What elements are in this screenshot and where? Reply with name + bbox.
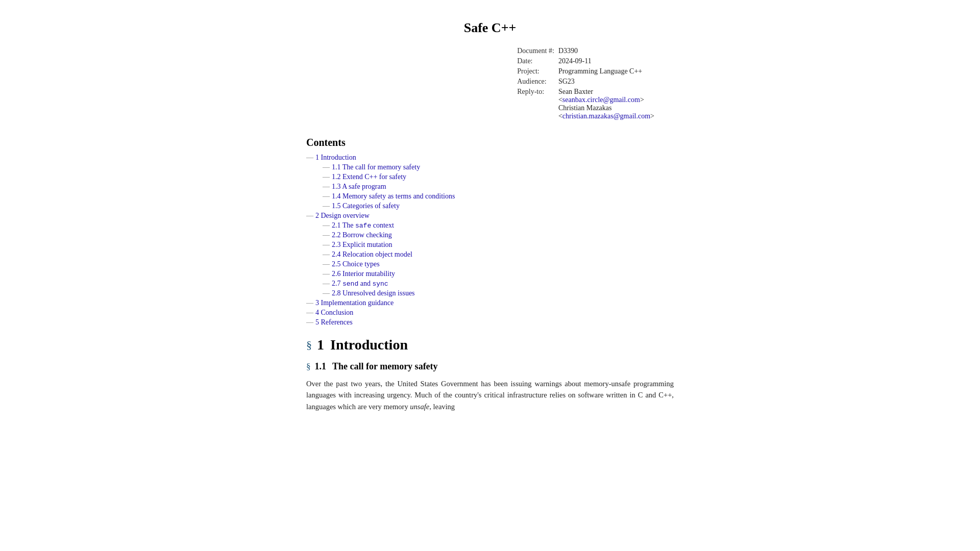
meta-document-label: Document #: bbox=[517, 46, 558, 56]
meta-date-label: Date: bbox=[517, 56, 558, 66]
meta-project-label: Project: bbox=[517, 66, 558, 77]
table-of-contents: Contents — 1 Introduction — 1.1 The call… bbox=[306, 137, 674, 327]
toc-link-2-4[interactable]: 2.4 Relocation object model bbox=[332, 251, 412, 259]
toc-dash-2-1: — bbox=[321, 221, 330, 230]
section-1-1-number: 1.1 bbox=[315, 361, 327, 372]
toc-item-1: — 1 Introduction bbox=[306, 154, 674, 162]
section-1-1-body: Over the past two years, the United Stat… bbox=[306, 378, 674, 412]
page-title: Safe C++ bbox=[306, 20, 674, 36]
toc-link-5[interactable]: 5 References bbox=[315, 318, 353, 327]
toc-item-3: — 3 Implementation guidance bbox=[306, 299, 674, 307]
toc-item-2-2: — 2.2 Borrow checking bbox=[306, 231, 674, 239]
toc-item-2: — 2 Design overview bbox=[306, 212, 674, 220]
meta-document-value: D3390 bbox=[558, 46, 658, 56]
meta-audience-label: Audience: bbox=[517, 77, 558, 87]
toc-item-1-2: — 1.2 Extend C++ for safety bbox=[306, 173, 674, 181]
toc-link-2-5[interactable]: 2.5 Choice types bbox=[332, 260, 380, 268]
author2-name: Christian Mazakas bbox=[558, 104, 612, 112]
author1-email-link[interactable]: seanbax.circle@gmail.com bbox=[562, 96, 640, 104]
toc-item-1-4: — 1.4 Memory safety as terms and conditi… bbox=[306, 192, 674, 201]
section-1-number: 1 bbox=[317, 337, 324, 353]
meta-project-row: Project: Programming Language C++ bbox=[517, 66, 658, 77]
toc-link-1-1[interactable]: 1.1 The call for memory safety bbox=[332, 163, 420, 171]
toc-dash-2-2: — bbox=[321, 231, 330, 239]
toc-link-1-2[interactable]: 1.2 Extend C++ for safety bbox=[332, 173, 406, 181]
meta-audience-value: SG23 bbox=[558, 77, 658, 87]
toc-dash-2-3: — bbox=[321, 241, 330, 249]
meta-project-value: Programming Language C++ bbox=[558, 66, 658, 77]
toc-link-4[interactable]: 4 Conclusion bbox=[315, 309, 353, 317]
toc-dash-1-5: — bbox=[321, 202, 330, 210]
section-1-1-name: The call for memory safety bbox=[332, 361, 438, 372]
toc-dash-2-8: — bbox=[321, 289, 330, 297]
toc-link-2-2[interactable]: 2.2 Borrow checking bbox=[332, 231, 392, 239]
toc-link-2-3[interactable]: 2.3 Explicit mutation bbox=[332, 241, 393, 249]
meta-replyto-row: Reply-to: Sean Baxter <seanbax.circle@gm… bbox=[517, 87, 658, 121]
metadata-table: Document #: D3390 Date: 2024-09-11 Proje… bbox=[517, 46, 658, 121]
toc-link-2-1[interactable]: 2.1 The safe context bbox=[332, 221, 394, 230]
toc-item-2-6: — 2.6 Interior mutability bbox=[306, 270, 674, 278]
meta-replyto-value: Sean Baxter <seanbax.circle@gmail.com> C… bbox=[558, 87, 658, 121]
toc-dash-2-5: — bbox=[321, 260, 330, 268]
body-text-part1: Over the past two years, the United Stat… bbox=[306, 380, 674, 411]
toc-item-2-7: — 2.7 send and sync bbox=[306, 280, 674, 288]
toc-dash-2: — bbox=[306, 212, 313, 220]
toc-link-1-4[interactable]: 1.4 Memory safety as terms and condition… bbox=[332, 192, 455, 201]
toc-link-1-3[interactable]: 1.3 A safe program bbox=[332, 183, 386, 191]
section-1-1-heading: § 1.1 The call for memory safety bbox=[306, 361, 674, 372]
section-1-1-symbol: § bbox=[306, 362, 311, 372]
toc-dash-1-4: — bbox=[321, 192, 330, 201]
section-1-symbol: § bbox=[306, 338, 312, 352]
section-1-heading: § 1 Introduction bbox=[306, 337, 674, 353]
toc-item-1-3: — 1.3 A safe program bbox=[306, 183, 674, 191]
toc-dash-3: — bbox=[306, 299, 313, 307]
author1-name: Sean Baxter bbox=[558, 88, 593, 95]
toc-dash-2-6: — bbox=[321, 270, 330, 278]
toc-item-5: — 5 References bbox=[306, 318, 674, 327]
toc-item-2-1: — 2.1 The safe context bbox=[306, 221, 674, 230]
toc-item-2-4: — 2.4 Relocation object model bbox=[306, 251, 674, 259]
toc-item-1-1: — 1.1 The call for memory safety bbox=[306, 163, 674, 171]
meta-date-row: Date: 2024-09-11 bbox=[517, 56, 658, 66]
page-container: Safe C++ Document #: D3390 Date: 2024-09… bbox=[296, 0, 684, 433]
toc-item-2-8: — 2.8 Unresolved design issues bbox=[306, 289, 674, 297]
toc-link-2[interactable]: 2 Design overview bbox=[315, 212, 370, 220]
toc-list: — 1 Introduction — 1.1 The call for memo… bbox=[306, 154, 674, 327]
body-text-part2: , leaving bbox=[429, 403, 455, 411]
meta-audience-row: Audience: SG23 bbox=[517, 77, 658, 87]
toc-dash-1-1: — bbox=[321, 163, 330, 171]
toc-dash-1: — bbox=[306, 154, 313, 162]
toc-link-3[interactable]: 3 Implementation guidance bbox=[315, 299, 394, 307]
toc-dash-1-3: — bbox=[321, 183, 330, 191]
body-italic: unsafe bbox=[410, 403, 429, 411]
meta-document-row: Document #: D3390 bbox=[517, 46, 658, 56]
section-1-name: Introduction bbox=[330, 337, 408, 353]
toc-item-1-5: — 1.5 Categories of safety bbox=[306, 202, 674, 210]
toc-dash-5: — bbox=[306, 318, 313, 327]
toc-dash-4: — bbox=[306, 309, 313, 317]
toc-link-1[interactable]: 1 Introduction bbox=[315, 154, 356, 162]
meta-date-value: 2024-09-11 bbox=[558, 56, 658, 66]
toc-item-2-3: — 2.3 Explicit mutation bbox=[306, 241, 674, 249]
toc-dash-1-2: — bbox=[321, 173, 330, 181]
toc-item-4: — 4 Conclusion bbox=[306, 309, 674, 317]
toc-link-2-6[interactable]: 2.6 Interior mutability bbox=[332, 270, 395, 278]
contents-title: Contents bbox=[306, 137, 674, 148]
toc-dash-2-4: — bbox=[321, 251, 330, 259]
toc-dash-2-7: — bbox=[321, 280, 330, 288]
toc-link-2-7[interactable]: 2.7 send and sync bbox=[332, 280, 388, 288]
toc-item-2-5: — 2.5 Choice types bbox=[306, 260, 674, 268]
meta-replyto-label: Reply-to: bbox=[517, 87, 558, 121]
author2-email-link[interactable]: christian.mazakas@gmail.com bbox=[562, 112, 650, 120]
toc-link-1-5[interactable]: 1.5 Categories of safety bbox=[332, 202, 400, 210]
toc-link-2-8[interactable]: 2.8 Unresolved design issues bbox=[332, 289, 415, 297]
